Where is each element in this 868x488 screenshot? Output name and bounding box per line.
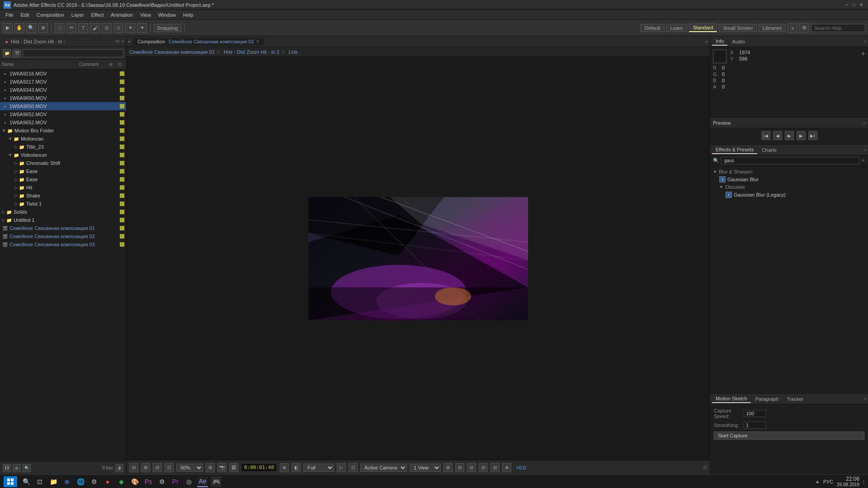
chrome-icon[interactable]: ⊕ — [61, 476, 72, 487]
breadcrumb-comp[interactable]: Семейное Связанная композиция 02 — [129, 49, 215, 55]
list-item[interactable]: ▷ 📁 Ease — [0, 175, 126, 183]
comp-tab-close-icon[interactable]: ✕ — [256, 39, 259, 44]
viewer-safe-areas-btn[interactable]: ◧ — [292, 463, 301, 472]
menu-layer[interactable]: Layer — [68, 11, 88, 19]
list-item[interactable]: ▷ 📁 Twist 1 — [0, 200, 126, 208]
snapshot-btn[interactable]: 📷 — [217, 463, 226, 472]
app6-icon[interactable]: ⚙ — [156, 476, 167, 487]
guide-btn[interactable]: ⊡ — [165, 463, 174, 472]
workspace-libraries[interactable]: Libraries — [759, 24, 786, 32]
app2-icon[interactable]: ● — [102, 476, 113, 487]
app9-icon[interactable]: 🎮 — [211, 476, 222, 487]
rect-tool[interactable]: □ — [55, 23, 65, 33]
audio-tab[interactable]: Audio — [728, 38, 748, 45]
find-btn[interactable]: 🔍 — [23, 464, 31, 472]
effects-category-blur[interactable]: ▼ Blur & Sharpen — [710, 168, 868, 175]
panel-expand-icon[interactable]: ≪ — [115, 38, 120, 44]
zoom-dropdown[interactable]: 50% 100% 25% — [176, 464, 203, 472]
fast-preview-btn[interactable]: ▷ — [337, 463, 346, 472]
menu-animation[interactable]: Animation — [107, 11, 137, 19]
view5-btn[interactable]: ⊟ — [491, 463, 500, 472]
workspace-learn[interactable]: Learn — [666, 24, 687, 32]
list-item[interactable]: ▷ 📁 Untitled 1 — [0, 216, 126, 224]
menu-window[interactable]: Window — [155, 11, 179, 19]
list-item[interactable]: ▷ 📁 Chromatic Shift — [0, 159, 126, 167]
view-options-btn[interactable]: ⊞ — [443, 463, 453, 472]
search-taskbar-icon[interactable]: 🔍 — [21, 476, 32, 487]
bottom-panel-menu-icon[interactable]: ≡ — [864, 397, 866, 401]
plus-btn[interactable]: + — [861, 50, 865, 63]
workspace-settings[interactable]: ⚙ — [799, 23, 809, 33]
new-comp-from-footage-btn[interactable]: ⊕ — [13, 464, 21, 472]
new-comp-btn[interactable]: 🎬 — [13, 49, 21, 57]
eraser-tool[interactable]: ◇ — [113, 23, 123, 33]
help-search[interactable] — [811, 24, 865, 32]
effect-controls-tab-btn[interactable]: ■ Hist - Dist Zoom Hit - In : — [2, 38, 69, 45]
next-frame-btn[interactable]: ▶ — [797, 131, 806, 140]
comp-panel-menu-icon[interactable]: ≡ — [705, 39, 708, 44]
selection-tool[interactable]: ▶ — [3, 23, 13, 33]
view2-btn[interactable]: ⊟ — [455, 463, 464, 472]
camera-dropdown[interactable]: Active Camera — [360, 464, 407, 472]
quality-dropdown[interactable]: Full Half Quarter — [303, 464, 334, 472]
show-snapshot-btn[interactable]: 🖼 — [229, 463, 238, 472]
start-button[interactable] — [4, 476, 17, 487]
menu-composition[interactable]: Composition — [33, 11, 68, 19]
tracker-tab[interactable]: Tracker — [783, 395, 807, 403]
brush-tool[interactable]: 🖌 — [90, 23, 100, 33]
view4-btn[interactable]: ⊟ — [479, 463, 488, 472]
puppet-tool[interactable]: ✶ — [125, 23, 135, 33]
list-item[interactable]: ▷ 📁 Solids — [0, 208, 126, 216]
smoothing-input[interactable] — [744, 422, 766, 429]
menu-help[interactable]: Help — [179, 11, 197, 19]
prev-frame-btn[interactable]: ◀ — [773, 131, 782, 140]
effect-item-gaussian-blur-legacy[interactable]: f Gaussian Blur (Legacy) — [710, 191, 868, 199]
hand-tool[interactable]: ✋ — [14, 23, 24, 33]
render-region-btn[interactable]: ⊕ — [280, 463, 289, 472]
app5-icon[interactable]: Ps — [143, 476, 154, 487]
list-item[interactable]: ▷ 📁 Shake — [0, 192, 126, 200]
comp-tab-active[interactable]: Composition Семейное Связанная композици… — [133, 38, 264, 45]
grid-btn[interactable]: ⊟ — [153, 463, 162, 472]
list-item[interactable]: ▷ 📁 Title_23 — [0, 143, 126, 151]
prev-frame-first-btn[interactable]: |◀ — [761, 131, 770, 140]
play-stop-btn[interactable]: ▶ — [785, 131, 794, 140]
capture-speed-input[interactable] — [744, 410, 766, 417]
workspace-standard[interactable]: Standard — [689, 23, 717, 32]
project-search-input[interactable] — [23, 49, 123, 57]
snapping-toggle[interactable]: Snapping — [154, 24, 181, 32]
list-item[interactable]: ▼ 📁 Videolancer — [0, 151, 126, 159]
menu-effect[interactable]: Effect — [87, 11, 107, 19]
viewer-timecode[interactable]: 0:00:01:40 — [241, 463, 277, 472]
list-item[interactable]: ▪ 1W6A9650.MOV — [0, 94, 126, 102]
list-item[interactable]: ▼ 📁 Motion Bro Folder — [0, 127, 126, 135]
list-item[interactable]: ▷ 📁 Hit — [0, 183, 126, 192]
camera-tool[interactable]: ⊕ — [38, 23, 48, 33]
maximize-button[interactable]: □ — [851, 2, 857, 8]
pen-tool[interactable]: ✏ — [66, 23, 76, 33]
paragraph-tab[interactable]: Paragraph — [752, 395, 782, 403]
effects-menu-icon[interactable]: ≡ — [864, 148, 866, 152]
preview-menu-icon[interactable]: ≡ — [863, 121, 865, 125]
effects-search-input[interactable] — [721, 157, 859, 164]
effects-presets-tab[interactable]: Effects & Presets — [712, 146, 757, 154]
app4-icon[interactable]: 🎨 — [129, 476, 140, 487]
menu-view[interactable]: View — [137, 11, 155, 19]
list-item[interactable]: 🎬 Семейное Связанная композиция 01 — [0, 224, 126, 232]
app8-icon[interactable]: ◎ — [184, 476, 194, 487]
effects-search-clear-icon[interactable]: ✕ — [861, 158, 865, 164]
list-item[interactable]: ▪ 1W6A9652.MOV — [0, 110, 126, 118]
app7-icon[interactable]: Pr — [170, 476, 181, 487]
transparency-btn[interactable]: ⊞ — [141, 463, 150, 472]
roto-tool[interactable]: ✦ — [137, 23, 147, 33]
explorer-icon[interactable]: 📁 — [48, 476, 59, 487]
taskbar-hidden-icons[interactable]: ▲ — [815, 479, 820, 484]
show-desktop-btn[interactable]: | — [863, 479, 864, 484]
breadcrumb-link[interactable]: Link — [288, 49, 297, 55]
panel-menu-icon-right[interactable]: ≡ — [864, 39, 866, 44]
new-folder-btn[interactable]: 📁 — [3, 49, 11, 57]
view-dropdown[interactable]: 1 View 2 Views — [410, 464, 441, 472]
list-item[interactable]: ▪ 1W6A9216.MOV — [0, 70, 126, 78]
list-item[interactable]: ▪ 1W6A9217.MOV — [0, 78, 126, 86]
zoom-tool[interactable]: 🔍 — [26, 23, 36, 33]
